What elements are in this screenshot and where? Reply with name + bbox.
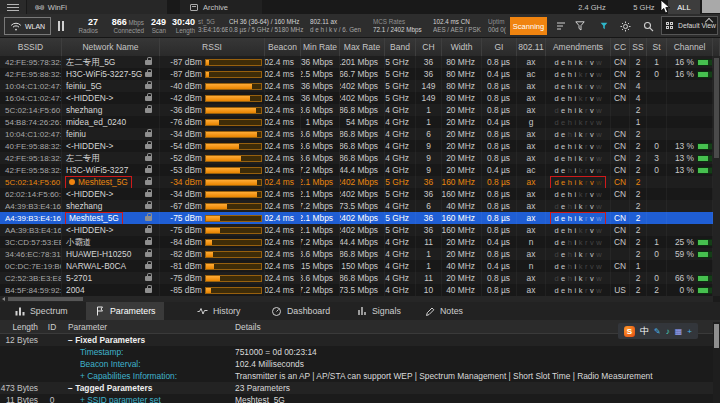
network-row[interactable]: 5C:02:14:F5:60:6BMeshtest_5G-34 dBm102.4… — [0, 176, 713, 188]
channel-cell — [667, 260, 713, 272]
rssi-cell: -87 dBm — [160, 68, 265, 80]
scrollbar-thumb[interactable] — [714, 58, 719, 158]
column-header-beacon[interactable]: Beacon — [265, 38, 301, 56]
rssi-bar — [205, 59, 262, 66]
ime-pen-icon[interactable]: ✎ — [654, 327, 661, 336]
network-row[interactable]: 16:04:C1:02:47:F1<-HIDDEN->-42 dBm102.4 … — [0, 92, 713, 104]
scroll-left-arrow[interactable] — [2, 297, 5, 301]
ime-voice-icon[interactable]: ♪ — [666, 327, 670, 336]
column-header-min-rate[interactable]: Min Rate — [301, 38, 340, 56]
ime-toolbar[interactable]: S 中 ✎ ♪ ▦ + — [618, 323, 698, 339]
column-header-parameter[interactable]: Parameter — [68, 322, 107, 332]
tab-spectrum[interactable]: Spectrum — [6, 302, 77, 320]
sort-list-icon[interactable] — [555, 20, 567, 32]
network-row[interactable]: A4:39:B3:E4:16:6EMeshtest_5G-75 dBm102.4… — [0, 212, 713, 224]
parameters-body: 12 Bytes− Fixed ParametersTimestamp:7510… — [0, 334, 720, 403]
network-row[interactable]: 10:04:C1:02:47:F0feiniu-34 dBm102.4 ms8.… — [0, 128, 713, 140]
tab-signals[interactable]: Signals — [348, 302, 410, 320]
network-row[interactable]: 3C:CD:57:53:EE:1A小霸道-84 dBm102.4 ms7.2 M… — [0, 236, 713, 248]
tab-history[interactable]: History — [188, 302, 249, 320]
column-header-network-name[interactable]: Network Name — [62, 38, 160, 56]
parameters-vertical-scrollbar[interactable] — [713, 322, 720, 403]
column-header-ss[interactable]: SS — [630, 38, 647, 56]
column-header-width[interactable]: Width — [442, 38, 482, 56]
network-name-cell: H3C-WiFi5-3227 — [62, 164, 160, 176]
tab-notes[interactable]: Notes — [416, 302, 472, 320]
network-name-cell: 2004 — [62, 284, 160, 296]
tab-archive[interactable]: Archive — [180, 0, 262, 14]
column-header-details[interactable]: Details — [235, 322, 261, 332]
bssid-cell: 5C:02:14:F5:60:6B — [0, 176, 62, 188]
network-row[interactable]: C2:52:3B:E3:E8:A25-2701-75 dBm102.4 ms8.… — [0, 272, 713, 284]
parameter-cell: Timestamp: — [80, 347, 123, 357]
column-header-length[interactable]: Length — [2, 322, 38, 332]
pause-button[interactable] — [58, 21, 64, 31]
network-name-cell: 5-2701 — [62, 272, 160, 284]
parameter-row[interactable]: + Capabilities Information:Transmitter i… — [0, 370, 720, 382]
network-row[interactable]: AA:39:B3:E4:16:6E<-HIDDEN->-75 dBm102.4 … — [0, 224, 713, 236]
rssi-bar — [205, 227, 262, 234]
parameters-panel: Length ID Parameter Details 12 Bytes− Fi… — [0, 320, 720, 403]
tab-parameters[interactable]: Parameters — [86, 302, 164, 320]
parameter-row[interactable]: 12 Bytes− Fixed Parameters — [0, 334, 720, 346]
network-row[interactable]: 42:FE:95:58:32:29H3C-WiFi5-3227-53 dBm10… — [0, 164, 713, 176]
ime-more-icon[interactable]: + — [687, 327, 692, 336]
column-header-ch[interactable]: CH — [416, 38, 442, 56]
parameter-row[interactable]: Beacon Interval:102.4 Milliseconds — [0, 358, 720, 370]
column-header-bssid[interactable]: BSSID — [0, 38, 62, 56]
ime-mode-indicator[interactable]: 中 — [640, 325, 649, 338]
network-row[interactable]: B4:5F:84:59:92:CA2004-85 dBm102.4 ms17.2… — [0, 284, 713, 296]
wlan-button[interactable]: WLAN — [4, 17, 51, 35]
parameter-row[interactable]: 473 Bytes− Tagged Parameters23 Parameter… — [0, 382, 720, 394]
filter-icon[interactable] — [574, 20, 586, 32]
scrollbar-thumb[interactable] — [714, 324, 719, 348]
column-header-max-rate[interactable]: Max Rate — [340, 38, 385, 56]
bssid-cell: A4:39:B3:E4:16:6E — [0, 212, 62, 224]
network-row[interactable]: A4:39:B3:E4:16:6Fshezhang-67 dBm102.4 ms… — [0, 200, 713, 212]
parameter-row[interactable]: 11 Bytes0+ SSID parameter setMeshtest_5G — [0, 394, 720, 403]
hamburger-menu-icon[interactable] — [0, 0, 26, 14]
parameter-row[interactable]: Timestamp:751000 = 0d 00:23:14 — [0, 346, 720, 358]
scrollbar-thumb[interactable] — [8, 297, 83, 301]
rssi-cell: -76 dBm — [160, 116, 265, 128]
column-header-channel[interactable]: Channel — [667, 38, 713, 56]
band-tab-all[interactable]: ALL — [668, 0, 700, 14]
ime-keyboard-icon[interactable]: ▦ — [675, 327, 683, 336]
network-row[interactable]: 10:04:C1:02:47:F1feiniu_5G-40 dBm102.4 m… — [0, 80, 713, 92]
scanning-button[interactable]: Scanning — [510, 17, 547, 35]
tab-dashboard[interactable]: Dashboard — [262, 302, 339, 320]
table-vertical-scrollbar[interactable] — [713, 56, 720, 296]
search-icon[interactable] — [642, 20, 654, 32]
network-row[interactable]: 42:FE:95:18:32:29左二专用-52 dBm102.4 ms8.6 … — [0, 152, 713, 164]
column-header-band[interactable]: Band — [385, 38, 416, 56]
column-header-rssi[interactable]: RSSI — [160, 38, 265, 56]
tab-winfi[interactable]: ((o)) WinFi — [27, 0, 167, 14]
network-row[interactable]: 62:02:14:F5:60:6B<-HIDDEN->-34 dBm102.4 … — [0, 188, 713, 200]
network-row[interactable]: 5C:02:14:F5:60:6Cshezhang-36 dBm102.4 ms… — [0, 104, 713, 116]
network-name-cell: shezhang — [62, 200, 160, 212]
column-header-st[interactable]: St — [647, 38, 667, 56]
channel-cell — [667, 188, 713, 200]
lock-icon — [145, 240, 152, 245]
sogou-logo-icon[interactable]: S — [624, 326, 635, 337]
band-tab-24ghz[interactable]: 2.4 GHz — [566, 0, 618, 14]
amendments-cell: dehikrvw — [546, 248, 611, 260]
column-header-cc[interactable]: CC — [611, 38, 630, 56]
header-corner — [713, 38, 720, 56]
rssi-bar — [205, 143, 262, 150]
archive-label: Archive — [203, 3, 228, 12]
column-header-gi[interactable]: GI — [482, 38, 517, 56]
channel-cell: 13 % — [667, 152, 713, 164]
network-row[interactable]: 34:46:EC:78:31:5CHUAWEI-H10250-82 dBm102… — [0, 248, 713, 260]
active-filter-icon[interactable] — [598, 20, 610, 32]
column-header-id[interactable]: ID — [44, 322, 60, 332]
settings-gear-icon[interactable] — [619, 20, 631, 32]
network-row[interactable]: 40:FE:95:88:32:29<-HIDDEN->-54 dBm102.4 … — [0, 140, 713, 152]
network-row[interactable]: 0C:DC:7E:19:B0:C9NARWAL-B0CA-81 dBm102.4… — [0, 260, 713, 272]
network-row[interactable]: 42:FE:95:78:32:29左二专用_5G-87 dBm102.4 ms3… — [0, 56, 713, 68]
column-header-amendments[interactable]: Amendments — [546, 38, 611, 56]
network-row[interactable]: 42:FE:95:88:32:29H3C-WiFi5-3227-5G-87 dB… — [0, 68, 713, 80]
network-row[interactable]: 54:B8:74:26:26:A9midea_ed_0240-76 dBm102… — [0, 116, 713, 128]
column-header-802-11[interactable]: 802.11 — [517, 38, 546, 56]
security-info: 102.4 ms CN AES / AES / PSK — [433, 18, 485, 34]
